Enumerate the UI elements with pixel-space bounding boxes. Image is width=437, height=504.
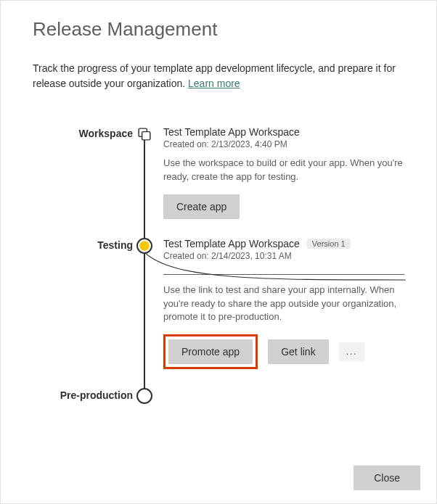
page-title: Release Management [33,18,404,41]
stage-preproduction-label: Pre-production [33,388,133,401]
stage-preproduction: Pre-production [33,388,404,404]
svg-rect-1 [142,132,150,140]
stage-workspace-label: Workspace [33,126,133,139]
stage-testing-node [136,238,152,254]
stage-testing-title: Test Template App Workspace [163,238,300,249]
stage-workspace-title: Test Template App Workspace [163,126,404,138]
version-badge: Version 1 [307,239,351,249]
learn-more-link[interactable]: Learn more [188,78,240,89]
workspace-icon [138,128,151,141]
promote-highlight: Promote app [163,334,258,369]
intro-text: Track the progress of your template app … [33,61,404,91]
stage-workspace-desc: Use the workspace to build or edit your … [163,157,404,184]
close-button[interactable]: Close [354,466,420,490]
stage-divider [163,274,404,275]
stage-workspace: Workspace Test Template App Workspace Cr… [33,126,404,219]
stage-testing-label: Testing [33,238,133,251]
get-link-button[interactable]: Get link [268,339,328,364]
more-options-button[interactable]: ... [339,342,365,361]
stage-testing-created: Created on: 2/14/2023, 10:31 AM [163,251,404,261]
stage-workspace-created: Created on: 2/13/2023, 4:40 PM [163,139,404,149]
stage-testing: Testing Test Template App Workspace Vers… [33,238,404,370]
release-timeline: Workspace Test Template App Workspace Cr… [33,126,404,404]
create-app-button[interactable]: Create app [163,194,240,219]
stage-testing-desc: Use the link to test and share your app … [163,284,404,325]
promote-app-button[interactable]: Promote app [168,339,253,364]
stage-preproduction-node [136,388,152,404]
